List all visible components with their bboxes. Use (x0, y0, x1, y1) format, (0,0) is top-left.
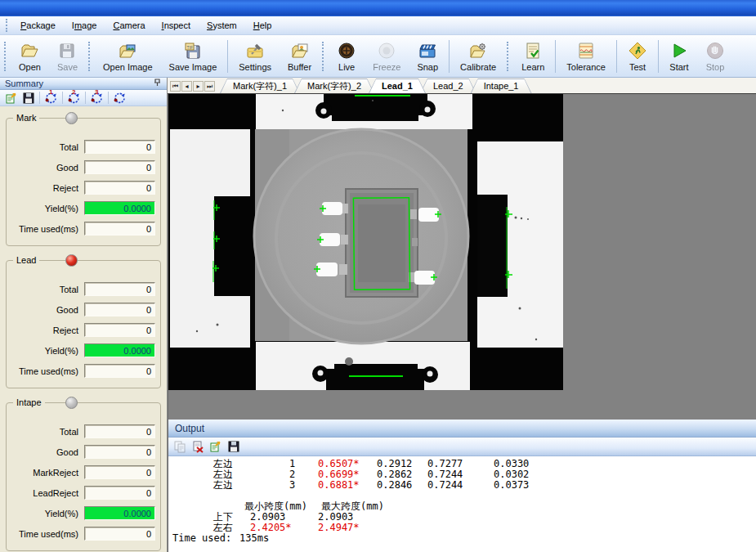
reset-3-button[interactable]: 3 (89, 90, 105, 105)
live-icon (337, 41, 356, 61)
intape-row-leadreject: LeadReject0 (11, 482, 155, 503)
output-value: 135ms (239, 533, 269, 544)
lead-reject-field: 0 (84, 323, 155, 337)
toolbar-gripper[interactable] (322, 42, 326, 71)
tab-nav-prev-button[interactable]: ◂ (181, 81, 192, 92)
menu-item-camera[interactable]: Camera (105, 18, 153, 33)
toolbar-gripper[interactable] (88, 42, 92, 71)
toolbar-button-label: Open Image (103, 62, 153, 72)
reset-1-button[interactable]: 1 (43, 90, 59, 105)
toolbar-button-label: Save Image (169, 62, 217, 72)
intape-row-good: Good0 (11, 442, 155, 462)
toolbar-button-label: Snap (417, 62, 438, 72)
intape-time-used-ms-field: 0 (84, 527, 155, 541)
mark-row-time-used-ms: Time used(ms)0 (11, 218, 155, 239)
toolbar-button-buffer[interactable]: Buffer (280, 37, 320, 76)
menubar-gripper[interactable] (6, 19, 10, 31)
toolbar-button-save-image[interactable]: TIFSave Image (161, 37, 226, 76)
toolbar-gripper[interactable] (507, 42, 511, 71)
output-value-flagged: 0.6881* (318, 480, 360, 491)
output-panel-title: Output (175, 423, 204, 434)
intape-status-led (65, 397, 78, 409)
field-label: Total (11, 427, 84, 437)
field-label: Yield(%) (11, 204, 84, 213)
tab-label: Mark(字符)_1 (233, 80, 287, 92)
menu-item-system[interactable]: System (199, 18, 245, 33)
window-titlebar[interactable] (0, 0, 756, 16)
summary-toolbar-separator (62, 92, 63, 104)
copy-output-button (172, 439, 187, 455)
floppy-icon (57, 41, 77, 61)
pin-icon[interactable] (153, 78, 163, 89)
toolbar-button-label: Learn (521, 62, 544, 72)
summary-panel-title: Summary (5, 79, 43, 88)
field-label: Yield(%) (11, 509, 84, 518)
tab-nav-next-button[interactable]: ▸ (193, 81, 204, 92)
toolbar-button-label: Calibrate (460, 62, 496, 72)
output-line: 左边30.6881*0.28460.72440.0373 (168, 480, 756, 491)
toolbar-button-label: Live (338, 62, 355, 72)
tab-nav-first-button[interactable]: ⏮ (170, 81, 181, 92)
diamond-sign-icon (628, 41, 647, 61)
menu-item-package[interactable]: Package (12, 18, 64, 33)
intape-row-time-used-ms: Time used(ms)0 (11, 523, 155, 544)
intape-group: IntapeTotal0Good0MarkReject0LeadReject0Y… (6, 402, 161, 551)
menu-item-help[interactable]: Help (245, 18, 280, 33)
tab-lead-1[interactable]: Lead_1 (369, 79, 426, 93)
toolbar-separator (227, 40, 228, 73)
toolbar-button-snap[interactable]: Snap (409, 37, 446, 76)
field-label: Good (11, 163, 84, 173)
toolbar-button-test[interactable]: Test (620, 37, 655, 76)
tab-label: Intape_1 (484, 81, 519, 91)
field-label: MarkReject (11, 468, 84, 478)
tab-intape-1[interactable]: Intape_1 (471, 79, 532, 93)
image-viewport (168, 94, 756, 420)
save-output-button[interactable] (226, 439, 241, 455)
lead-time-used-ms-field: 0 (84, 364, 155, 378)
summary-panel: Summary 123 MarkTotal0Good0Reject0Yield(… (0, 78, 168, 552)
mark-row-total: Total0 (11, 137, 155, 157)
freeze-icon (377, 41, 396, 61)
toolbar-button-calibrate[interactable]: Calibrate (452, 37, 504, 76)
reset-all-button[interactable] (112, 90, 127, 105)
reset-2-button[interactable]: 2 (66, 90, 82, 105)
toolbar-button-learn[interactable]: Learn (513, 37, 552, 76)
lead-row-total: Total0 (11, 279, 155, 299)
toolbar-button-tolerance[interactable]: Tolerance (558, 37, 614, 76)
clear-output-button[interactable] (190, 439, 205, 455)
mark-time-used-ms-field: 0 (84, 222, 155, 236)
tab-mark-1[interactable]: Mark(字符)_1 (220, 79, 300, 93)
toolbar-gripper[interactable] (4, 42, 8, 71)
lead-row-good: Good0 (11, 299, 155, 320)
camera-image[interactable] (168, 94, 563, 390)
field-label: Reject (11, 325, 84, 335)
toolbox-icon (245, 41, 265, 61)
field-label: Total (11, 142, 84, 152)
mark-status-led (65, 112, 78, 124)
toolbar-button-start[interactable]: Start (661, 37, 697, 76)
field-label: Good (11, 447, 84, 457)
mark-row-good: Good0 (11, 157, 155, 177)
output-toolbar (168, 438, 756, 456)
menu-item-inspect[interactable]: Inspect (154, 18, 199, 33)
toolbar-button-live[interactable]: Live (329, 37, 365, 76)
toolbar-separator (658, 40, 659, 73)
toolbar-button-freeze: Freeze (365, 37, 409, 76)
stop-icon (705, 41, 725, 61)
mark-yield-field: 0.0000 (84, 201, 155, 215)
tab-lead-2[interactable]: Lead_2 (420, 79, 476, 93)
save-summary-button[interactable] (20, 90, 36, 105)
menu-item-image[interactable]: Image (64, 18, 105, 33)
toolbar-button-label: Tolerance (566, 62, 606, 72)
tab-nav: ⏮ ◂ ▸ ⏭ (170, 81, 215, 92)
mark-row-reject: Reject0 (11, 177, 155, 198)
intape-group-title: Intape (13, 397, 45, 407)
tab-mark-2[interactable]: Mark(字符)_2 (294, 79, 374, 93)
toolbar-button-open[interactable]: Open (11, 37, 49, 76)
tab-nav-last-button[interactable]: ⏭ (204, 81, 215, 92)
toolbar-button-settings[interactable]: Settings (230, 37, 280, 76)
clapper-icon (418, 41, 437, 61)
export-output-button[interactable] (208, 439, 223, 455)
toolbar-button-open-image[interactable]: Open Image (95, 37, 161, 76)
export-report-button[interactable] (3, 90, 19, 105)
